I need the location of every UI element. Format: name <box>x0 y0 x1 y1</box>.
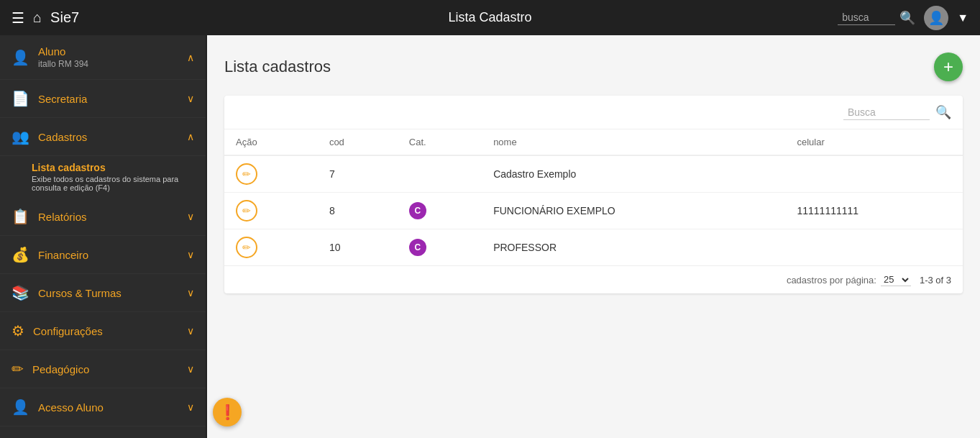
cursos-turmas-arrow-icon: ∨ <box>187 287 194 298</box>
topbar-search-area: 🔍 <box>838 10 915 26</box>
cell-nome: FUNCIONÁRIO EXEMPLO <box>482 193 785 229</box>
cell-nome: Cadastro Exemplo <box>482 155 785 193</box>
add-button[interactable]: + <box>934 53 963 81</box>
sidebar-item-cursos-turmas[interactable]: 📚 Cursos & Turmas ∨ <box>0 274 206 312</box>
table-card: 🔍 Ação cod Cat. nome celular ✏7Cadastro … <box>224 96 963 293</box>
subitem-label: Lista cadastros <box>32 162 194 173</box>
cadastros-arrow-icon: ∧ <box>187 131 194 142</box>
financeiro-icon: 💰 <box>12 246 29 263</box>
edit-button[interactable]: ✏ <box>236 237 257 258</box>
cadastros-table: Ação cod Cat. nome celular ✏7Cadastro Ex… <box>224 129 963 265</box>
sidebar-item-aluno[interactable]: 👤 Aluno itallo RM 394 ∧ <box>0 35 206 80</box>
cell-cod: 10 <box>318 229 398 266</box>
cell-cod: 8 <box>318 193 398 229</box>
sidebar-label-cursos-turmas: Cursos & Turmas <box>38 287 178 299</box>
sidebar-sublabel-aluno: itallo RM 394 <box>38 59 178 69</box>
page-header-title: Lista cadastros <box>224 58 331 76</box>
financeiro-arrow-icon: ∨ <box>187 249 194 260</box>
menu-icon[interactable]: ☰ <box>12 9 24 27</box>
cell-cat <box>398 155 482 193</box>
cell-nome: PROFESSOR <box>482 229 785 266</box>
col-acao: Ação <box>224 129 318 155</box>
pedagogico-arrow-icon: ∨ <box>187 363 194 375</box>
sidebar-label-pedagogico: Pedagógico <box>32 363 178 375</box>
cell-celular <box>785 155 963 193</box>
sidebar-item-pedagogico[interactable]: ✏ Pedagógico ∨ <box>0 350 206 388</box>
aluno-arrow-icon: ∧ <box>187 52 194 63</box>
rows-per-page-label: cadastros por página: <box>787 275 876 286</box>
cell-celular: 11111111111 <box>785 193 963 229</box>
sidebar-item-financeiro[interactable]: 💰 Financeiro ∨ <box>0 236 206 274</box>
topbar-search-icon[interactable]: 🔍 <box>899 10 915 26</box>
page-title: Lista Cadastro <box>448 10 531 25</box>
cell-celular <box>785 229 963 266</box>
col-nome: nome <box>482 129 785 155</box>
sidebar-item-configuracoes[interactable]: ⚙ Configurações ∨ <box>0 312 206 350</box>
secretaria-arrow-icon: ∨ <box>187 93 194 104</box>
sidebar-item-relatorios[interactable]: 📋 Relatórios ∨ <box>0 198 206 236</box>
aluno-icon: 👤 <box>12 49 29 66</box>
acesso-aluno-arrow-icon: ∨ <box>187 401 194 413</box>
table-row: ✏8CFUNCIONÁRIO EXEMPLO11111111111 <box>224 193 963 229</box>
table-row: ✏7Cadastro Exemplo <box>224 155 963 193</box>
relatorios-icon: 📋 <box>12 208 29 225</box>
sidebar-label-relatorios: Relatórios <box>38 211 178 223</box>
account-dropdown-arrow[interactable]: ▼ <box>957 12 968 24</box>
cadastros-icon: 👥 <box>12 128 29 145</box>
sidebar-item-secretaria[interactable]: 📄 Secretaria ∨ <box>0 80 206 118</box>
sidebar-item-cadastros[interactable]: 👥 Cadastros ∧ <box>0 118 206 156</box>
sidebar-item-acesso-aluno[interactable]: 👤 Acesso Aluno ∨ <box>0 388 206 426</box>
cell-acao: ✏ <box>224 193 318 229</box>
sidebar-label-cadastros: Cadastros <box>38 131 178 143</box>
page-header: Lista cadastros + <box>224 53 963 81</box>
sidebar-label-secretaria: Secretaria <box>38 93 178 105</box>
subitem-desc: Exibe todos os cadastros do sistema para… <box>32 175 194 192</box>
cell-acao: ✏ <box>224 155 318 193</box>
table-body: ✏7Cadastro Exemplo✏8CFUNCIONÁRIO EXEMPLO… <box>224 155 963 265</box>
cat-badge: C <box>409 202 426 219</box>
rows-per-page-select[interactable]: 25 50 100 <box>881 273 911 286</box>
acesso-aluno-icon: 👤 <box>12 398 29 416</box>
sidebar: 👤 Aluno itallo RM 394 ∧ 📄 Secretaria ∨ 👥… <box>0 35 207 438</box>
app-title: Sie7 <box>50 9 79 26</box>
sidebar-label-financeiro: Financeiro <box>38 249 178 261</box>
chat-icon: ❗ <box>219 403 237 421</box>
pedagogico-icon: ✏ <box>12 360 24 378</box>
cell-cat: C <box>398 229 482 266</box>
sidebar-item-ajuda[interactable]: 🔊 Ajuda ajuda WA <box>0 426 206 438</box>
sidebar-label-configuracoes: Configurações <box>33 325 178 337</box>
edit-button[interactable]: ✏ <box>236 200 257 222</box>
cat-badge: C <box>409 239 426 256</box>
sidebar-label-acesso-aluno: Acesso Aluno <box>38 401 178 414</box>
page-info: 1-3 of 3 <box>920 275 951 286</box>
topbar-search-input[interactable] <box>838 10 895 25</box>
col-celular: celular <box>785 129 963 155</box>
configuracoes-icon: ⚙ <box>12 322 24 339</box>
table-footer: cadastros por página: 25 50 100 1-3 of 3 <box>224 265 963 293</box>
table-header: Ação cod Cat. nome celular <box>224 129 963 155</box>
cell-cod: 7 <box>318 155 398 193</box>
table-row: ✏10CPROFESSOR <box>224 229 963 266</box>
avatar[interactable]: 👤 <box>924 6 948 30</box>
col-cat: Cat. <box>398 129 482 155</box>
cursos-turmas-icon: 📚 <box>12 284 29 301</box>
cell-acao: ✏ <box>224 229 318 266</box>
sidebar-subitem-lista-cadastros[interactable]: Lista cadastros Exibe todos os cadastros… <box>0 156 206 198</box>
secretaria-icon: 📄 <box>12 90 29 107</box>
sidebar-label-aluno: Aluno <box>38 45 178 58</box>
table-search-bar: 🔍 <box>224 96 963 129</box>
topbar: ☰ ⌂ Sie7 Lista Cadastro 🔍 👤 ▼ <box>0 0 980 35</box>
rows-per-page-control: cadastros por página: 25 50 100 <box>787 273 911 286</box>
table-search-icon[interactable]: 🔍 <box>935 104 951 120</box>
chat-bubble[interactable]: ❗ <box>213 398 242 426</box>
main-content: Lista cadastros + 🔍 Ação cod Cat. nome c… <box>207 35 980 438</box>
col-cod: cod <box>318 129 398 155</box>
table-search-input[interactable] <box>843 105 930 120</box>
cell-cat: C <box>398 193 482 229</box>
relatorios-arrow-icon: ∨ <box>187 211 194 222</box>
home-icon[interactable]: ⌂ <box>33 9 42 26</box>
configuracoes-arrow-icon: ∨ <box>187 325 194 337</box>
edit-button[interactable]: ✏ <box>236 163 257 185</box>
layout: 👤 Aluno itallo RM 394 ∧ 📄 Secretaria ∨ 👥… <box>0 35 980 438</box>
